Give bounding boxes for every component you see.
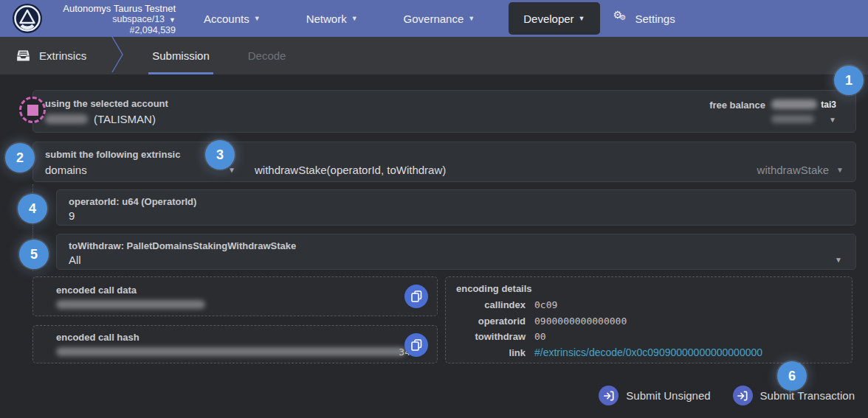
param-operatorid-value[interactable]: 9 [69,209,75,222]
redacted-call-hash [56,347,406,356]
encoding-details-rows: callindex 0c09 operatorid 09000000000000… [456,297,762,360]
copy-call-data-button[interactable] [404,285,428,308]
sign-in-icon [733,386,753,405]
encoding-row-towithdraw: towithdraw 00 [456,329,762,345]
annotation-badge-3: 3 [205,140,235,170]
call-signature: withdrawStake(operatorId, toWithdraw) [255,164,446,176]
menu-item-developer[interactable]: Developer▼ [509,2,599,35]
annotation-badge-2: 2 [5,143,35,173]
menu-item-settings[interactable]: ⚙⚙ Settings [604,0,689,37]
settings-gears-icon: ⚙⚙ [613,12,630,25]
action-buttons-row: Submit Unsigned Submit Transaction [599,386,855,405]
encoded-call-hash-field: encoded call hash 34 [32,325,438,363]
encoded-call-hash-label: encoded call hash [56,332,140,343]
chevron-down-icon: ▼ [836,166,844,174]
annotation-badge-1: 1 [834,66,864,95]
chevron-down-icon: ▼ [829,116,836,124]
encoding-details-title: encoding details [456,283,532,294]
param-operatorid-label: operatorId: u64 (OperatorId) [69,196,196,207]
submit-unsigned-button[interactable]: Submit Unsigned [599,386,710,405]
encoding-details-panel: encoding details callindex 0c09 operator… [445,276,852,363]
autonomys-logo-icon[interactable] [12,3,43,34]
chain-info[interactable]: Autonomys Taurus Testnet subspace/13▼ #2… [46,3,176,36]
encoded-call-data-label: encoded call data [56,285,137,296]
annotation-badge-6: 6 [777,361,807,391]
encoding-row-link: link #/extrinsics/decode/0x0c09090000000… [456,345,762,361]
section-title: Extrinsics [39,49,86,62]
redacted-account-name [45,114,88,124]
chevron-down-icon: ▼ [468,15,475,22]
pallet-select[interactable]: domains [45,164,87,176]
extrinsics-inbox-icon [16,49,30,62]
chevron-down-icon: ▼ [169,16,176,24]
account-identicon[interactable] [19,97,46,123]
chevron-down-icon: ▼ [254,15,261,22]
chain-runtime: subspace/13▼ [46,14,176,25]
redacted-free-balance [771,100,817,109]
free-balance-label: free balance [709,100,765,111]
extrinsic-field-label: submit the following extrinsic [45,149,180,160]
annotation-badge-4: 4 [18,194,47,223]
copy-icon [411,290,422,302]
encoding-row-operatorid: operatorid 0900000000000000 [456,313,762,330]
menu-item-governance[interactable]: Governance▼ [390,0,489,37]
tab-decode[interactable]: Decode [244,37,290,74]
method-select[interactable]: withdrawStake ▼ [757,164,844,176]
redacted-call-data [56,300,205,309]
annotation-badge-5: 5 [19,240,49,269]
tab-bar: Extrinsics Submission Decode [0,37,868,74]
encoded-call-data-field: encoded call data [32,276,438,316]
balance-unit: tai3 [821,100,836,110]
param-towithdraw-field[interactable]: toWithdraw: PalletDomainsStakingWithdraw… [56,234,856,270]
param-towithdraw-label: toWithdraw: PalletDomainsStakingWithdraw… [69,240,296,251]
extrinsics-page: Autonomys Taurus Testnet subspace/13▼ #2… [0,0,868,418]
selected-account-field[interactable]: using the selected account (TALISMAN) fr… [32,90,856,133]
encoding-row-callindex: callindex 0c09 [456,297,762,313]
menu-item-accounts[interactable]: Accounts▼ [190,0,274,37]
param-towithdraw-value[interactable]: All [69,254,81,266]
chain-name: Autonomys Taurus Testnet [46,3,176,14]
breadcrumb-chevron-icon [111,36,125,76]
chevron-down-icon: ▼ [351,15,358,22]
param-operatorid-field[interactable]: operatorId: u64 (OperatorId) 9 [56,189,856,226]
tab-submission[interactable]: Submission [148,37,213,74]
copy-call-hash-button[interactable] [404,333,428,357]
nav-menu: Accounts▼ Network▼ Governance▼ Developer… [190,0,689,37]
chain-block-number: #2,094,539 [46,25,176,36]
extrinsic-field: submit the following extrinsic domains ▼… [32,142,856,182]
sign-in-icon [599,386,619,405]
copy-icon [411,339,422,351]
account-field-label: using the selected account [45,98,168,109]
top-nav-bar: Autonomys Taurus Testnet subspace/13▼ #2… [0,0,868,37]
chevron-down-icon[interactable]: ▼ [228,166,235,174]
chevron-down-icon: ▼ [579,15,585,22]
account-source-label: (TALISMAN) [94,113,156,125]
chevron-down-icon[interactable]: ▼ [835,256,842,264]
menu-item-network[interactable]: Network▼ [293,0,371,37]
redacted-balance-secondary [771,115,814,123]
decode-link[interactable]: #/extrinsics/decode/0x0c0909000000000000… [534,345,762,361]
account-name-row: (TALISMAN) [45,113,156,125]
